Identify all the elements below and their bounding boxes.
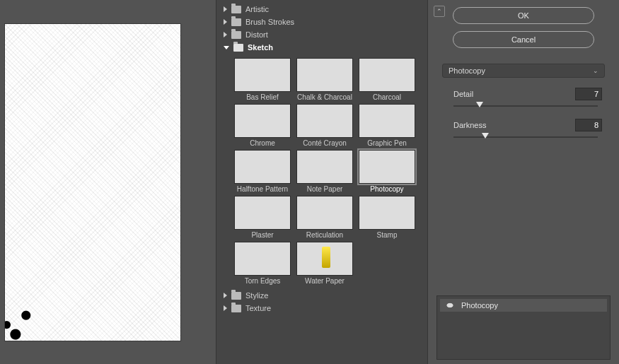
folder-icon — [231, 292, 241, 300]
slider-handle-icon[interactable] — [482, 133, 489, 139]
chevron-double-up-icon: ⌃ — [436, 8, 442, 15]
thumb-photocopy[interactable]: Photocopy — [358, 150, 416, 193]
param-darkness-value[interactable] — [575, 119, 602, 131]
thumb-label: Torn Edges — [245, 277, 281, 285]
chevron-down-icon: ⌄ — [593, 67, 598, 74]
folder-sketch[interactable]: Sketch — [221, 41, 424, 54]
filter-gallery[interactable]: Artistic Brush Strokes Distort Sketch Ba… — [216, 0, 428, 364]
thumb-bas-relief[interactable]: Bas Relief — [233, 58, 291, 101]
slider-darkness[interactable] — [453, 133, 598, 141]
param-darkness-label: Darkness — [453, 121, 486, 129]
thumb-image — [359, 104, 415, 138]
thumb-chrome[interactable]: Chrome — [233, 104, 291, 147]
thumb-image — [234, 196, 291, 230]
thumb-label: Photocopy — [370, 185, 403, 193]
thumb-label: Note Paper — [307, 185, 343, 193]
thumb-label: Conté Crayon — [303, 139, 347, 147]
thumb-image — [359, 58, 415, 92]
param-detail: Detail — [453, 88, 602, 100]
thumb-label: Chrome — [250, 139, 275, 147]
folder-icon — [231, 18, 241, 26]
filter-dropdown[interactable]: Photocopy ⌄ — [442, 64, 605, 78]
settings-pane: ⌃ OK Cancel Photocopy ⌄ Detail Darkness … — [428, 0, 619, 364]
thumb-label: Stamp — [377, 231, 398, 239]
collapse-panel-button[interactable]: ⌃ — [434, 6, 445, 17]
thumb-label: Reticulation — [306, 231, 343, 239]
thumb-image — [234, 242, 291, 276]
triangle-right-icon — [224, 6, 227, 12]
thumb-label: Bas Relief — [246, 93, 279, 101]
thumb-graphic-pen[interactable]: Graphic Pen — [358, 104, 416, 147]
thumb-stamp[interactable]: Stamp — [358, 196, 416, 239]
folder-icon — [231, 305, 241, 312]
ok-button[interactable]: OK — [453, 7, 594, 24]
folder-brush-strokes[interactable]: Brush Strokes — [221, 16, 424, 28]
triangle-right-icon — [224, 19, 227, 25]
thumb-label: Graphic Pen — [367, 139, 407, 147]
preview-pane — [0, 0, 216, 364]
thumb-image — [234, 104, 291, 138]
slider-track — [453, 105, 598, 107]
folder-artistic[interactable]: Artistic — [221, 3, 424, 16]
effect-layers-panel: Photocopy — [436, 295, 611, 360]
filter-dropdown-value: Photocopy — [449, 66, 485, 75]
folder-label: Distort — [245, 30, 268, 39]
triangle-right-icon — [224, 32, 227, 37]
thumb-image — [296, 104, 353, 138]
folder-icon — [231, 31, 241, 39]
preview-image[interactable] — [4, 23, 181, 341]
thumb-conte-crayon[interactable]: Conté Crayon — [296, 104, 354, 147]
thumb-water-paper[interactable]: Water Paper — [296, 242, 354, 285]
thumb-label: Water Paper — [305, 277, 345, 285]
folder-label: Sketch — [248, 43, 273, 52]
param-darkness: Darkness — [453, 119, 602, 131]
effect-layer-row[interactable]: Photocopy — [440, 299, 607, 312]
thumb-torn-edges[interactable]: Torn Edges — [233, 242, 291, 285]
triangle-right-icon — [224, 305, 227, 311]
thumb-chalk-charcoal[interactable]: Chalk & Charcoal — [296, 58, 354, 101]
thumb-halftone-pattern[interactable]: Halftone Pattern — [233, 150, 291, 193]
thumb-note-paper[interactable]: Note Paper — [296, 150, 354, 193]
slider-handle-icon[interactable] — [476, 102, 483, 107]
folder-stylize[interactable]: Stylize — [221, 289, 424, 302]
sketch-thumbnails: Bas Relief Chalk & Charcoal Charcoal Chr… — [221, 54, 424, 289]
triangle-right-icon — [224, 293, 227, 298]
thumb-image — [296, 242, 353, 276]
thumb-reticulation[interactable]: Reticulation — [296, 196, 354, 239]
thumb-image — [296, 150, 353, 184]
thumb-image — [234, 58, 291, 92]
folder-icon — [233, 44, 243, 52]
thumb-image — [296, 196, 353, 230]
thumb-image — [359, 150, 415, 184]
thumb-plaster[interactable]: Plaster — [233, 196, 291, 239]
triangle-down-icon — [224, 46, 229, 49]
visibility-eye-icon[interactable] — [444, 301, 456, 310]
folder-label: Brush Strokes — [245, 18, 294, 26]
slider-detail[interactable] — [453, 102, 598, 110]
folder-texture[interactable]: Texture — [221, 302, 424, 315]
thumb-label: Charcoal — [373, 93, 401, 101]
folder-distort[interactable]: Distort — [221, 28, 424, 41]
slider-track — [453, 136, 598, 138]
thumb-label: Plaster — [251, 231, 273, 239]
cancel-button-label: Cancel — [511, 35, 536, 44]
folder-label: Texture — [245, 304, 271, 312]
thumb-label: Halftone Pattern — [237, 185, 288, 193]
folder-label: Stylize — [245, 291, 268, 300]
param-detail-value[interactable] — [575, 88, 602, 100]
thumb-label: Chalk & Charcoal — [297, 93, 352, 101]
ok-button-label: OK — [518, 11, 529, 20]
cancel-button[interactable]: Cancel — [453, 31, 594, 48]
effect-layer-name: Photocopy — [461, 301, 498, 310]
folder-icon — [231, 6, 241, 13]
thumb-image — [296, 58, 353, 92]
thumb-image — [359, 196, 415, 230]
thumb-charcoal[interactable]: Charcoal — [358, 58, 416, 101]
folder-label: Artistic — [245, 5, 269, 13]
param-detail-label: Detail — [453, 90, 473, 98]
thumb-image — [234, 150, 291, 184]
